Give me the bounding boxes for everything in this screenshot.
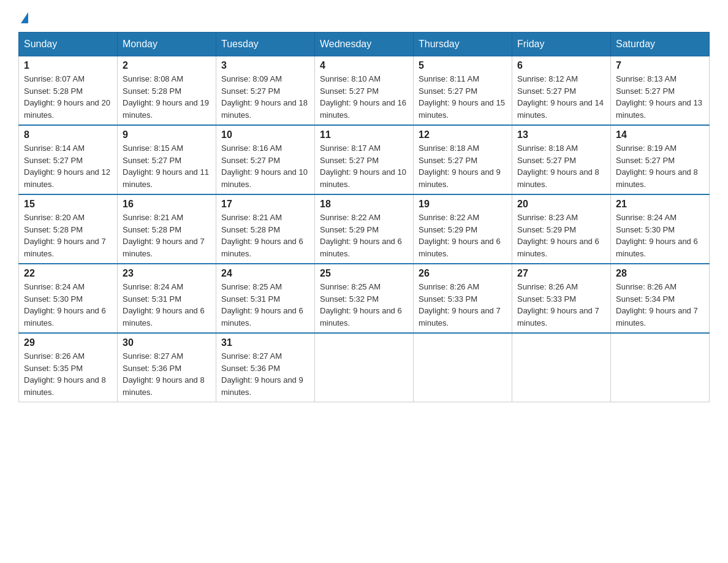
day-info: Sunrise: 8:21 AMSunset: 5:28 PMDaylight:… — [221, 213, 303, 258]
day-info: Sunrise: 8:26 AMSunset: 5:34 PMDaylight:… — [616, 282, 698, 327]
day-info: Sunrise: 8:18 AMSunset: 5:27 PMDaylight:… — [517, 144, 599, 189]
day-number: 15 — [24, 199, 112, 210]
page-header — [18, 12, 710, 20]
day-of-week-header: Monday — [118, 33, 216, 56]
day-info: Sunrise: 8:24 AMSunset: 5:30 PMDaylight:… — [24, 282, 106, 327]
calendar-day-cell: 4 Sunrise: 8:10 AMSunset: 5:27 PMDayligh… — [315, 56, 414, 126]
day-number: 28 — [616, 268, 704, 279]
day-info: Sunrise: 8:11 AMSunset: 5:27 PMDaylight:… — [419, 74, 505, 120]
calendar-day-cell: 25 Sunrise: 8:25 AMSunset: 5:32 PMDaylig… — [315, 264, 414, 333]
day-info: Sunrise: 8:22 AMSunset: 5:29 PMDaylight:… — [320, 213, 402, 258]
calendar-day-cell: 12 Sunrise: 8:18 AMSunset: 5:27 PMDaylig… — [414, 125, 512, 194]
day-info: Sunrise: 8:24 AMSunset: 5:30 PMDaylight:… — [616, 213, 698, 258]
logo — [18, 12, 28, 20]
day-info: Sunrise: 8:26 AMSunset: 5:33 PMDaylight:… — [419, 282, 501, 327]
day-number: 31 — [221, 337, 309, 348]
calendar-day-cell — [315, 333, 414, 402]
day-number: 20 — [517, 199, 605, 210]
day-number: 30 — [123, 337, 211, 348]
day-number: 12 — [419, 129, 507, 140]
day-info: Sunrise: 8:19 AMSunset: 5:27 PMDaylight:… — [616, 144, 698, 189]
day-number: 17 — [221, 199, 309, 210]
calendar-day-cell: 16 Sunrise: 8:21 AMSunset: 5:28 PMDaylig… — [118, 194, 216, 264]
calendar-day-cell — [414, 333, 512, 402]
day-info: Sunrise: 8:08 AMSunset: 5:28 PMDaylight:… — [123, 74, 209, 120]
day-number: 19 — [419, 199, 507, 210]
calendar-day-cell: 30 Sunrise: 8:27 AMSunset: 5:36 PMDaylig… — [118, 333, 216, 402]
day-of-week-header: Sunday — [19, 33, 118, 56]
day-info: Sunrise: 8:07 AMSunset: 5:28 PMDaylight:… — [24, 74, 110, 120]
day-of-week-header: Saturday — [611, 33, 710, 56]
day-info: Sunrise: 8:22 AMSunset: 5:29 PMDaylight:… — [419, 213, 501, 258]
calendar-day-cell: 29 Sunrise: 8:26 AMSunset: 5:35 PMDaylig… — [19, 333, 118, 402]
day-of-week-header: Tuesday — [216, 33, 315, 56]
calendar-day-cell: 2 Sunrise: 8:08 AMSunset: 5:28 PMDayligh… — [118, 56, 216, 126]
day-number: 7 — [616, 60, 704, 71]
day-number: 1 — [24, 60, 112, 71]
day-info: Sunrise: 8:23 AMSunset: 5:29 PMDaylight:… — [517, 213, 599, 258]
day-number: 8 — [24, 129, 112, 140]
day-number: 11 — [320, 129, 408, 140]
calendar-day-cell: 21 Sunrise: 8:24 AMSunset: 5:30 PMDaylig… — [611, 194, 710, 264]
calendar-day-cell: 10 Sunrise: 8:16 AMSunset: 5:27 PMDaylig… — [216, 125, 315, 194]
calendar-day-cell: 9 Sunrise: 8:15 AMSunset: 5:27 PMDayligh… — [118, 125, 216, 194]
day-number: 23 — [123, 268, 211, 279]
day-number: 3 — [221, 60, 309, 71]
calendar-day-cell: 11 Sunrise: 8:17 AMSunset: 5:27 PMDaylig… — [315, 125, 414, 194]
calendar-day-cell: 22 Sunrise: 8:24 AMSunset: 5:30 PMDaylig… — [19, 264, 118, 333]
day-of-week-header: Friday — [512, 33, 611, 56]
day-number: 26 — [419, 268, 507, 279]
day-info: Sunrise: 8:15 AMSunset: 5:27 PMDaylight:… — [123, 144, 209, 189]
day-number: 14 — [616, 129, 704, 140]
day-number: 21 — [616, 199, 704, 210]
day-info: Sunrise: 8:18 AMSunset: 5:27 PMDaylight:… — [419, 144, 501, 189]
calendar-day-cell: 3 Sunrise: 8:09 AMSunset: 5:27 PMDayligh… — [216, 56, 315, 126]
calendar-day-cell: 24 Sunrise: 8:25 AMSunset: 5:31 PMDaylig… — [216, 264, 315, 333]
day-number: 24 — [221, 268, 309, 279]
day-info: Sunrise: 8:26 AMSunset: 5:35 PMDaylight:… — [24, 351, 106, 397]
day-info: Sunrise: 8:25 AMSunset: 5:32 PMDaylight:… — [320, 282, 402, 327]
calendar-day-cell: 28 Sunrise: 8:26 AMSunset: 5:34 PMDaylig… — [611, 264, 710, 333]
day-info: Sunrise: 8:12 AMSunset: 5:27 PMDaylight:… — [517, 74, 604, 120]
calendar-day-cell: 15 Sunrise: 8:20 AMSunset: 5:28 PMDaylig… — [19, 194, 118, 264]
calendar-week-row: 29 Sunrise: 8:26 AMSunset: 5:35 PMDaylig… — [19, 333, 710, 402]
day-info: Sunrise: 8:24 AMSunset: 5:31 PMDaylight:… — [123, 282, 205, 327]
day-number: 6 — [517, 60, 605, 71]
calendar-day-cell — [611, 333, 710, 402]
logo-triangle-icon — [21, 12, 28, 23]
calendar-day-cell: 18 Sunrise: 8:22 AMSunset: 5:29 PMDaylig… — [315, 194, 414, 264]
calendar-week-row: 1 Sunrise: 8:07 AMSunset: 5:28 PMDayligh… — [19, 56, 710, 126]
calendar-day-cell: 31 Sunrise: 8:27 AMSunset: 5:36 PMDaylig… — [216, 333, 315, 402]
calendar-table: SundayMondayTuesdayWednesdayThursdayFrid… — [18, 32, 710, 402]
day-info: Sunrise: 8:10 AMSunset: 5:27 PMDaylight:… — [320, 74, 406, 120]
day-info: Sunrise: 8:25 AMSunset: 5:31 PMDaylight:… — [221, 282, 303, 327]
calendar-week-row: 8 Sunrise: 8:14 AMSunset: 5:27 PMDayligh… — [19, 125, 710, 194]
calendar-week-row: 22 Sunrise: 8:24 AMSunset: 5:30 PMDaylig… — [19, 264, 710, 333]
day-info: Sunrise: 8:09 AMSunset: 5:27 PMDaylight:… — [221, 74, 308, 120]
day-info: Sunrise: 8:14 AMSunset: 5:27 PMDaylight:… — [24, 144, 110, 189]
calendar-day-cell: 7 Sunrise: 8:13 AMSunset: 5:27 PMDayligh… — [611, 56, 710, 126]
day-info: Sunrise: 8:17 AMSunset: 5:27 PMDaylight:… — [320, 144, 406, 189]
day-info: Sunrise: 8:21 AMSunset: 5:28 PMDaylight:… — [123, 213, 205, 258]
day-number: 29 — [24, 337, 112, 348]
calendar-day-cell: 26 Sunrise: 8:26 AMSunset: 5:33 PMDaylig… — [414, 264, 512, 333]
day-info: Sunrise: 8:27 AMSunset: 5:36 PMDaylight:… — [123, 351, 205, 397]
calendar-header-row: SundayMondayTuesdayWednesdayThursdayFrid… — [19, 33, 710, 56]
day-info: Sunrise: 8:16 AMSunset: 5:27 PMDaylight:… — [221, 144, 308, 189]
calendar-day-cell — [512, 333, 611, 402]
calendar-week-row: 15 Sunrise: 8:20 AMSunset: 5:28 PMDaylig… — [19, 194, 710, 264]
calendar-day-cell: 1 Sunrise: 8:07 AMSunset: 5:28 PMDayligh… — [19, 56, 118, 126]
calendar-day-cell: 27 Sunrise: 8:26 AMSunset: 5:33 PMDaylig… — [512, 264, 611, 333]
day-of-week-header: Wednesday — [315, 33, 414, 56]
day-number: 25 — [320, 268, 408, 279]
day-info: Sunrise: 8:27 AMSunset: 5:36 PMDaylight:… — [221, 351, 303, 397]
calendar-day-cell: 19 Sunrise: 8:22 AMSunset: 5:29 PMDaylig… — [414, 194, 512, 264]
day-info: Sunrise: 8:13 AMSunset: 5:27 PMDaylight:… — [616, 74, 702, 120]
day-number: 22 — [24, 268, 112, 279]
day-number: 5 — [419, 60, 507, 71]
calendar-day-cell: 20 Sunrise: 8:23 AMSunset: 5:29 PMDaylig… — [512, 194, 611, 264]
day-number: 27 — [517, 268, 605, 279]
day-of-week-header: Thursday — [414, 33, 512, 56]
day-number: 18 — [320, 199, 408, 210]
calendar-day-cell: 6 Sunrise: 8:12 AMSunset: 5:27 PMDayligh… — [512, 56, 611, 126]
